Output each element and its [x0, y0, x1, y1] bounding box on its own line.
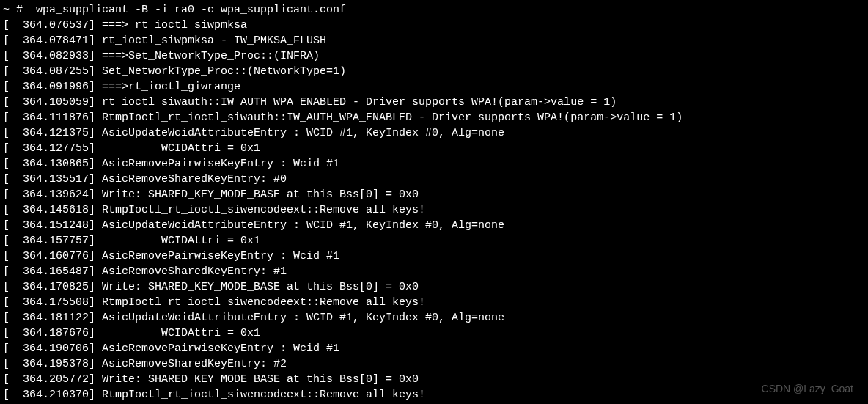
log-line: [ 364.175508] RtmpIoctl_rt_ioctl_siwenco… — [3, 295, 865, 310]
log-line: [ 364.160776] AsicRemovePairwiseKeyEntry… — [3, 249, 865, 264]
log-line: [ 364.190706] AsicRemovePairwiseKeyEntry… — [3, 341, 865, 356]
log-line: [ 364.205772] Write: SHARED_KEY_MODE_BAS… — [3, 372, 865, 387]
log-line: [ 364.157757] WCIDAttri = 0x1 — [3, 233, 865, 249]
log-line: [ 364.111876] RtmpIoctl_rt_ioctl_siwauth… — [3, 110, 865, 125]
log-line: [ 364.195378] AsicRemoveSharedKeyEntry: … — [3, 356, 865, 372]
log-line: [ 364.076537] ===> rt_ioctl_siwpmksa — [3, 18, 865, 33]
log-line: [ 364.151248] AsicUpdateWcidAttributeEnt… — [3, 218, 865, 233]
log-line: [ 364.181122] AsicUpdateWcidAttributeEnt… — [3, 310, 865, 326]
log-line: [ 364.130865] AsicRemovePairwiseKeyEntry… — [3, 156, 865, 172]
log-line: [ 364.135517] AsicRemoveSharedKeyEntry: … — [3, 172, 865, 187]
log-line: [ 364.082933] ===>Set_NetworkType_Proc::… — [3, 48, 865, 64]
log-line: [ 364.091996] ===>rt_ioctl_giwrange — [3, 79, 865, 95]
watermark: CSDN @Lazy_Goat — [762, 382, 853, 397]
log-line: [ 364.170825] Write: SHARED_KEY_MODE_BAS… — [3, 279, 865, 295]
log-line: [ 364.078471] rt_ioctl_siwpmksa - IW_PMK… — [3, 33, 865, 48]
log-line: [ 364.145618] RtmpIoctl_rt_ioctl_siwenco… — [3, 202, 865, 218]
log-line: [ 364.187676] WCIDAttri = 0x1 — [3, 326, 865, 341]
command-prompt: ~ # wpa_supplicant -B -i ra0 -c wpa_supp… — [3, 2, 865, 18]
terminal-output: ~ # wpa_supplicant -B -i ra0 -c wpa_supp… — [3, 2, 865, 403]
log-line: [ 364.165487] AsicRemoveSharedKeyEntry: … — [3, 264, 865, 279]
log-line: [ 364.139624] Write: SHARED_KEY_MODE_BAS… — [3, 187, 865, 202]
log-line: [ 364.087255] Set_NetworkType_Proc::(Net… — [3, 64, 865, 79]
log-line: [ 364.210370] RtmpIoctl_rt_ioctl_siwenco… — [3, 387, 865, 403]
log-line: [ 364.127755] WCIDAttri = 0x1 — [3, 141, 865, 156]
log-line: [ 364.121375] AsicUpdateWcidAttributeEnt… — [3, 125, 865, 141]
log-line: [ 364.105059] rt_ioctl_siwauth::IW_AUTH_… — [3, 95, 865, 110]
